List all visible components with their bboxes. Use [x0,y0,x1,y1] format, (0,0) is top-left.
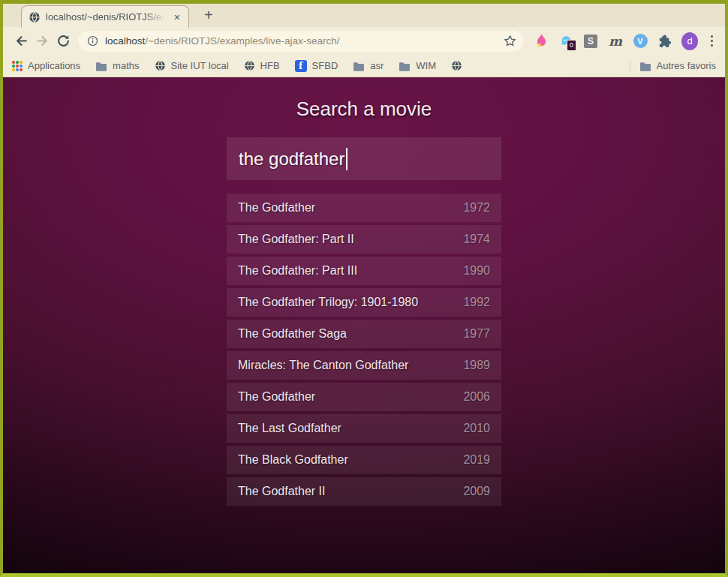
bookmark-item[interactable]: SFBD [295,60,338,72]
result-year: 2010 [463,422,490,435]
result-row[interactable]: The Godfather: Part II 1974 [227,225,501,254]
folder-icon [639,61,651,71]
globe-icon [451,60,462,71]
text-caret [346,148,347,170]
url-path: /~denis/RIOTJS/examples/live-ajax-search… [145,35,339,47]
result-row[interactable]: The Godfather Trilogy: 1901-1980 1992 [227,288,501,317]
tab-title: localhost/~denis/RIOTJS/ex [46,11,167,23]
result-year: 1977 [463,327,490,341]
url-host: localhost [105,35,145,47]
result-title: The Last Godfather [238,422,341,435]
result-title: The Godfather [238,201,315,215]
result-row[interactable]: The Godfather 1972 [227,194,501,222]
result-year: 1989 [463,359,490,372]
result-year: 2006 [463,390,490,404]
result-year: 2019 [463,453,490,467]
globe-icon [244,60,255,71]
info-icon[interactable] [87,35,98,47]
result-year: 1972 [463,201,490,215]
bookmark-label: Applications [28,60,80,71]
browser-window: localhost/~denis/RIOTJS/ex × + [0,0,728,577]
result-year: 1974 [463,233,490,246]
ghostery-extension-icon[interactable]: 0 [558,32,574,50]
bookmark-label: Site IUT local [171,60,229,71]
ghostery-badge: 0 [567,40,576,51]
new-tab-button[interactable]: + [200,7,218,27]
search-results-list: The Godfather 1972 The Godfather: Part I… [227,194,501,506]
bookmarks-separator [630,59,630,72]
result-title: The Godfather Trilogy: 1901-1980 [238,296,418,309]
facebook-icon [295,60,307,72]
search-input[interactable]: the godfather [227,137,501,180]
bookmark-label: SFBD [312,60,338,71]
extension-icons: 0 S m V d [530,32,717,50]
search-input-value: the godfather [239,149,344,170]
browser-toolbar: localhost/~denis/RIOTJS/examples/live-aj… [3,27,725,55]
bookmark-item[interactable]: Applications [12,60,80,71]
back-button[interactable] [11,31,32,52]
s-extension-icon[interactable]: S [582,32,599,50]
result-row[interactable]: The Godfather II 2009 [227,477,501,506]
result-year: 2009 [463,485,490,498]
result-title: The Godfather: Part II [238,233,354,246]
result-title: The Godfather [238,390,315,404]
bookmark-label: WIM [416,60,436,71]
other-bookmarks-label: Autres favoris [657,60,716,71]
url-text: localhost/~denis/RIOTJS/examples/live-aj… [105,35,497,47]
bookmark-star-icon[interactable] [504,35,516,47]
result-row[interactable]: The Last Godfather 2010 [227,414,501,443]
folder-icon [399,61,411,71]
bookmark-item[interactable]: asr [353,60,384,71]
v-extension-icon[interactable]: V [632,32,648,50]
result-row[interactable]: The Godfather: Part III 1990 [227,257,501,285]
profile-avatar[interactable]: d [681,32,698,50]
browser-tab[interactable]: localhost/~denis/RIOTJS/ex × [21,5,189,28]
bookmark-item[interactable]: maths [95,60,139,71]
pink-flame-extension-icon[interactable] [533,32,549,50]
bookmark-item[interactable] [451,60,468,71]
result-title: The Godfather II [238,485,326,498]
result-row[interactable]: The Black Godfather 2019 [227,446,501,474]
bookmark-item[interactable]: HFB [244,60,280,71]
result-row[interactable]: Miracles: The Canton Godfather 1989 [227,351,501,380]
menu-kebab-icon[interactable] [706,35,717,47]
page-title: Search a movie [3,77,725,121]
bookmarks-bar: Applications maths [3,55,725,77]
forward-button[interactable] [32,31,53,52]
result-row[interactable]: The Godfather Saga 1977 [227,320,501,348]
bookmark-label: HFB [260,60,280,71]
bookmark-items: Applications maths [12,60,468,72]
page-content: Search a movie the godfather The Godfath… [3,77,725,573]
address-bar[interactable]: localhost/~denis/RIOTJS/examples/live-aj… [78,31,524,52]
folder-icon [353,61,365,71]
globe-icon [155,60,166,71]
result-title: Miracles: The Canton Godfather [238,359,408,372]
puzzle-extensions-icon[interactable] [657,32,673,50]
tab-strip: localhost/~denis/RIOTJS/ex × + [3,4,725,27]
other-bookmarks-folder[interactable]: Autres favoris [639,60,716,71]
m-extension-icon[interactable]: m [607,32,624,50]
result-year: 1992 [463,296,490,309]
result-row[interactable]: The Godfather 2006 [227,383,501,411]
result-title: The Godfather Saga [238,327,347,341]
result-year: 1990 [463,264,490,278]
close-icon[interactable]: × [173,11,182,23]
result-title: The Godfather: Part III [238,264,357,278]
apps-grid-icon [12,61,23,71]
result-title: The Black Godfather [238,453,348,467]
bookmark-item[interactable]: WIM [399,60,436,71]
bookmark-item[interactable]: Site IUT local [155,60,229,71]
bookmark-label: maths [113,60,139,71]
bookmark-label: asr [370,60,384,71]
globe-favicon-icon [29,11,41,23]
folder-icon [95,61,107,71]
reload-button[interactable] [53,31,74,52]
